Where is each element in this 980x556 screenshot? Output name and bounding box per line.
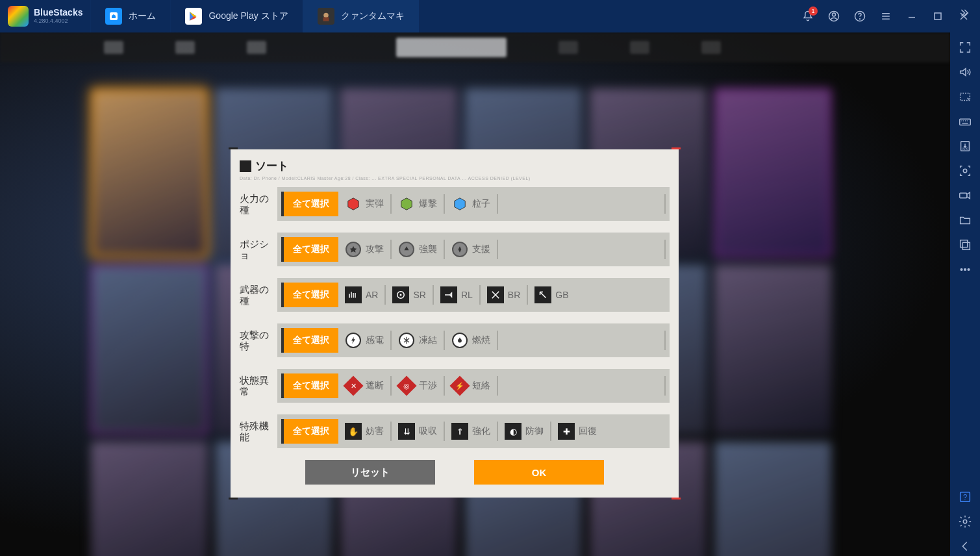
fullscreen-icon[interactable]	[955, 38, 975, 57]
back-icon[interactable]	[955, 537, 975, 556]
filter-row-attack: 攻撃の特 全て選択 感電 凍結 燃焼	[240, 323, 670, 357]
filter-opt-debuff[interactable]: ✋妨害	[338, 419, 390, 444]
select-all-button[interactable]: 全て選択	[281, 192, 338, 216]
row-label: 特殊機能	[240, 420, 271, 443]
tab-label: クァンタムマキ	[341, 10, 405, 22]
side-toolbar: APK ?	[950, 32, 980, 556]
collapse-sidebar-icon[interactable]	[957, 4, 975, 22]
filter-opt-absorb[interactable]: ⇊吸収	[392, 419, 444, 444]
tab-label: Google Play ストア	[208, 10, 288, 22]
modal-title: ソート	[255, 158, 288, 173]
svg-point-6	[860, 19, 861, 19]
keyboard-icon[interactable]	[955, 112, 975, 131]
filter-opt-short[interactable]: ⚡短絡	[445, 373, 497, 398]
svg-rect-2	[323, 18, 329, 21]
filter-opt-heal[interactable]: ✚回復	[551, 419, 603, 444]
settings-icon[interactable]	[955, 512, 975, 531]
game-topbar-blurred	[0, 32, 950, 62]
svg-rect-15	[962, 242, 970, 249]
filter-opt-rl[interactable]: RL	[434, 283, 479, 307]
filter-opt-block[interactable]: ✕遮断	[338, 373, 390, 398]
row-label: 攻撃の特	[240, 329, 271, 352]
filter-opt-ar[interactable]: AR	[338, 283, 384, 307]
game-app-icon	[318, 8, 334, 25]
svg-text:?: ?	[963, 493, 967, 501]
install-apk-icon[interactable]: APK	[955, 136, 975, 156]
row-label: 状態異常	[240, 375, 271, 398]
menu-icon[interactable]	[879, 9, 893, 23]
filter-opt-freeze[interactable]: 凍結	[392, 328, 444, 353]
play-store-icon	[185, 8, 202, 25]
modal-subtitle: Data: Dr. Phone / Model:CLARIS Master Ag…	[240, 176, 670, 181]
filter-opt-defense[interactable]: ◐防御	[498, 419, 550, 444]
svg-text:APK: APK	[962, 147, 968, 151]
filter-row-special: 特殊機能 全て選択 ✋妨害 ⇊吸収 ⇑強化 ◐防御 ✚回復	[240, 414, 670, 448]
svg-point-21	[963, 520, 967, 524]
tab-home[interactable]: ホーム	[90, 0, 170, 32]
filter-row-position: ポジショ 全て選択 攻撃 強襲 支援	[240, 233, 670, 266]
notification-badge: 1	[809, 6, 818, 16]
more-icon[interactable]	[955, 260, 975, 279]
game-viewport: ソート Data: Dr. Phone / Model:CLARIS Maste…	[0, 32, 950, 556]
svg-point-18	[968, 269, 970, 271]
filter-row-firepower: 火力の種 全て選択 実弾 爆撃 粒子	[240, 187, 670, 221]
folder-icon[interactable]	[955, 210, 975, 230]
svg-point-17	[964, 269, 966, 271]
multi-instance-icon[interactable]	[955, 235, 975, 255]
filter-opt-blast[interactable]: 爆撃	[392, 192, 444, 216]
bluestacks-logo-icon	[8, 6, 29, 27]
svg-rect-7	[935, 13, 941, 19]
select-all-button[interactable]: 全て選択	[281, 328, 338, 353]
filter-opt-sr[interactable]: SR	[386, 283, 432, 307]
select-all-button[interactable]: 全て選択	[281, 237, 338, 262]
home-icon	[105, 8, 122, 25]
tab-play[interactable]: Google Play ストア	[170, 0, 302, 32]
question-icon[interactable]: ?	[955, 487, 975, 507]
filter-opt-assault[interactable]: 強襲	[392, 237, 444, 262]
title-bar: BlueStacks 4.280.4.4002 ホーム Google Play …	[0, 0, 980, 32]
tab-game[interactable]: クァンタムマキ	[303, 0, 419, 32]
tab-label: ホーム	[129, 10, 156, 22]
notifications-icon[interactable]: 1	[801, 9, 815, 23]
sort-filter-modal: ソート Data: Dr. Phone / Model:CLARIS Maste…	[231, 149, 679, 498]
filter-opt-gb[interactable]: GB	[528, 283, 575, 307]
filter-opt-buff[interactable]: ⇑強化	[445, 419, 497, 444]
svg-rect-14	[961, 240, 968, 247]
record-icon[interactable]	[955, 186, 975, 205]
ok-button[interactable]: OK	[474, 460, 604, 485]
filter-opt-support[interactable]: 支援	[445, 237, 497, 262]
svg-point-12	[963, 169, 967, 173]
brand-version: 4.280.4.4002	[34, 18, 82, 25]
minimize-icon[interactable]	[905, 9, 919, 23]
filter-opt-jam[interactable]: ◎干渉	[392, 373, 444, 398]
filter-row-status: 状態異常 全て選択 ✕遮断 ◎干渉 ⚡短絡	[240, 369, 670, 403]
screenshot-icon[interactable]	[955, 161, 975, 181]
svg-marker-23	[401, 198, 412, 210]
row-label: 武器の種	[240, 284, 271, 307]
svg-point-16	[961, 269, 962, 271]
filter-opt-shock[interactable]: 感電	[338, 328, 390, 353]
filter-opt-ammo[interactable]: 実弾	[338, 192, 390, 216]
svg-marker-22	[348, 198, 359, 210]
dotted-rect-icon[interactable]	[955, 87, 975, 107]
svg-marker-24	[455, 198, 466, 210]
filter-opt-burn[interactable]: 燃焼	[445, 328, 497, 353]
filter-opt-particle[interactable]: 粒子	[445, 192, 497, 216]
svg-point-26	[400, 294, 402, 296]
row-label: ポジショ	[240, 238, 271, 261]
account-icon[interactable]	[827, 9, 841, 23]
select-all-button[interactable]: 全て選択	[281, 419, 338, 444]
maximize-icon[interactable]	[931, 9, 945, 23]
filter-opt-br[interactable]: BR	[481, 283, 527, 307]
filter-row-weapon: 武器の種 全て選択 AR SR RL BR GB	[240, 278, 670, 312]
volume-icon[interactable]	[955, 62, 975, 82]
select-all-button[interactable]: 全て選択	[281, 283, 338, 307]
reset-button[interactable]: リセット	[305, 460, 435, 485]
svg-rect-9	[960, 119, 971, 125]
select-all-button[interactable]: 全て選択	[281, 373, 338, 398]
title-square-icon	[240, 160, 251, 172]
brand-name: BlueStacks	[34, 8, 82, 18]
svg-point-4	[833, 13, 836, 16]
help-icon[interactable]	[853, 9, 867, 23]
filter-opt-attack[interactable]: 攻撃	[338, 237, 390, 262]
